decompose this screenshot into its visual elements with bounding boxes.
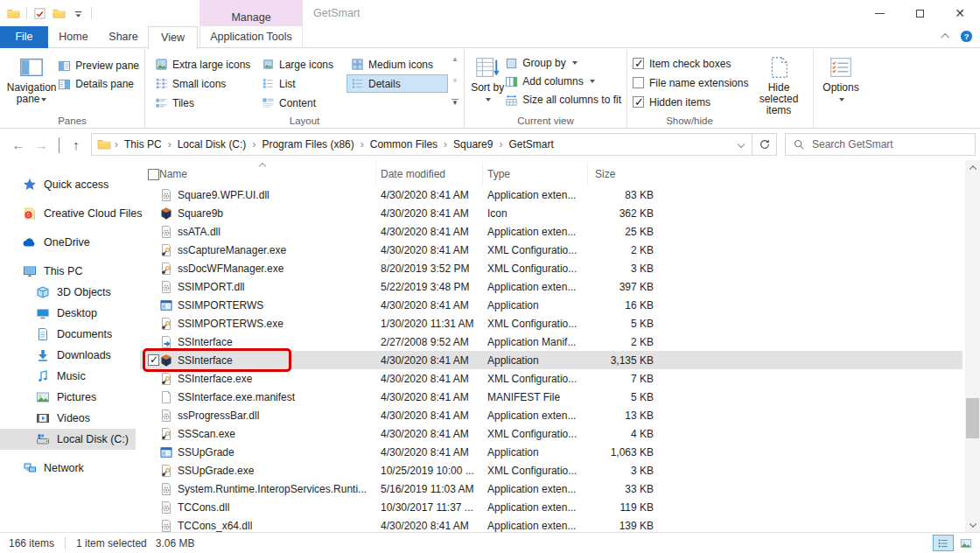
layout-item-list[interactable]: List [257, 74, 343, 93]
back-button[interactable]: ← [7, 137, 30, 152]
refresh-button[interactable] [752, 133, 777, 156]
column-header-date-modified[interactable]: Date modified [376, 163, 483, 186]
layout-item-content[interactable]: Content [257, 94, 343, 112]
sidebar-item-videos[interactable]: Videos [0, 408, 136, 429]
details-view-button[interactable] [933, 535, 954, 551]
file-row-square9-wpf-ui-dll[interactable]: Square9.WPF.UI.dll4/30/2020 8:41 AMAppli… [140, 186, 962, 204]
tab-view[interactable]: View [148, 26, 198, 49]
file-row-ssata-dll[interactable]: ssATA.dll4/30/2020 8:41 AMApplication ex… [140, 222, 962, 241]
preview-pane-button[interactable]: Preview pane [58, 58, 139, 74]
qat-properties-icon[interactable] [33, 7, 46, 20]
column-header-type[interactable]: Type [483, 163, 588, 186]
close-button[interactable]: ✕ [940, 0, 980, 26]
hidden-items-checkbox-row[interactable]: Hidden items [633, 94, 750, 110]
hidden-items-checkbox[interactable] [633, 96, 644, 108]
layout-item-extra-large-icons[interactable]: Extra large icons [150, 55, 254, 74]
breadcrumb-item-program-files-x86[interactable]: Program Files (x86) [256, 134, 360, 155]
sidebar-item-local-disk-c[interactable]: Local Disk (C:) [0, 429, 136, 450]
breadcrumb-item-common-files[interactable]: Common Files [364, 134, 444, 155]
layout-item-small-icons[interactable]: Small icons [150, 74, 254, 93]
sidebar-item-documents[interactable]: Documents [0, 324, 136, 345]
sidebar-item-music[interactable]: Music [0, 366, 136, 387]
address-dropdown[interactable] [731, 142, 752, 147]
layout-item-tiles[interactable]: Tiles [150, 94, 254, 112]
file-row-ssinterface-exe-manifest[interactable]: SSInterface.exe.manifest4/30/2020 8:41 A… [140, 388, 962, 406]
qat-newfolder-icon[interactable] [52, 7, 66, 20]
layout-scroll-up-icon[interactable]: ▲ [452, 56, 458, 63]
sidebar-item-network[interactable]: Network [0, 458, 136, 479]
help-icon[interactable]: ? [960, 30, 973, 43]
file-row-ssdocwfmanager-exe[interactable]: ssDocWFManager.exe8/20/2019 3:52 PMXML C… [140, 259, 962, 277]
breadcrumb-item-this-pc[interactable]: This PC [118, 134, 168, 155]
sidebar-item-onedrive[interactable]: OneDrive [0, 232, 136, 253]
breadcrumb-item-square9[interactable]: Square9 [447, 134, 499, 155]
maximize-button[interactable] [900, 0, 940, 26]
layout-item-medium-icons[interactable]: Medium icons [346, 55, 448, 74]
details-pane-button[interactable]: Details pane [58, 76, 139, 92]
tab-file[interactable]: File [0, 26, 48, 48]
tab-application-tools[interactable]: Application Tools [200, 26, 303, 48]
file-row-sscapturemanager-exe[interactable]: ssCaptureManager.exe4/30/2020 8:41 AMXML… [140, 241, 962, 259]
layout-item-details[interactable]: Details [346, 74, 448, 93]
recent-locations-dropdown[interactable] [52, 137, 65, 152]
search-input[interactable] [812, 135, 975, 154]
layout-item-large-icons[interactable]: Large icons [257, 55, 343, 74]
options-button[interactable]: Options [819, 52, 863, 105]
hide-selected-items-button[interactable]: Hide selected items [750, 52, 808, 116]
file-type: Application [483, 354, 588, 367]
contextual-tab-group-manage[interactable]: Manage [200, 0, 303, 26]
scroll-up-button[interactable] [965, 160, 980, 175]
item-check-boxes-checkbox[interactable] [633, 58, 644, 69]
item-check-boxes-checkbox-row[interactable]: Item check boxes [633, 55, 750, 72]
tab-home[interactable]: Home [48, 26, 99, 48]
file-row-square9b[interactable]: Square9b4/30/2020 8:41 AMIcon362 KB [140, 204, 962, 222]
file-row-ssprogressbar-dll[interactable]: ssProgressBar.dll4/30/2020 8:41 AMApplic… [140, 406, 962, 424]
thumbnails-view-button[interactable] [956, 535, 976, 551]
sidebar-item-pictures[interactable]: Pictures [0, 387, 136, 408]
navigation-pane-button[interactable]: Navigation pane [5, 52, 58, 105]
scrollbar-thumb[interactable] [966, 398, 979, 438]
qat-customize-icon[interactable] [72, 7, 85, 20]
scroll-down-button[interactable] [965, 517, 980, 532]
layout-scroll-down-icon[interactable]: ▼ [452, 78, 458, 85]
sidebar-item-quick-access[interactable]: Quick access [0, 174, 136, 195]
sort-by-button[interactable]: Sort by [470, 52, 505, 105]
file-row-system-runtime-interopservices-runti[interactable]: System.Runtime.InteropServices.Runti...5… [140, 480, 962, 498]
forward-button[interactable]: → [30, 137, 52, 152]
file-row-ssimporterws-exe[interactable]: SSIMPORTERWS.exe1/30/2020 11:31 AMXML Co… [140, 314, 962, 332]
add-columns-button[interactable]: Add columns [505, 74, 621, 89]
file-name-extensions-checkbox[interactable] [633, 77, 644, 88]
file-row-tccons-dll[interactable]: TCCons.dll10/30/2017 11:37 ...Applicatio… [140, 498, 962, 516]
file-row-ssinterface-exe[interactable]: SSInterface.exe4/30/2020 8:41 AMXML Conf… [140, 369, 962, 388]
group-by-button[interactable]: Group by [505, 55, 621, 71]
qat-folder-icon[interactable] [7, 7, 20, 20]
breadcrumb-item-getsmart[interactable]: GetSmart [502, 134, 559, 155]
file-row-ssinterface[interactable]: SSInterface2/27/2008 9:52 AMApplication … [140, 332, 962, 351]
column-header-name[interactable]: Name [140, 163, 376, 186]
up-button[interactable]: ↑ [65, 137, 88, 152]
collapse-ribbon-icon[interactable] [941, 33, 949, 42]
file-row-ssimport-dll[interactable]: SSIMPORT.dll5/22/2019 3:48 PMApplication… [140, 277, 962, 296]
sidebar-item-desktop[interactable]: Desktop [0, 303, 136, 324]
sidebar-item-downloads[interactable]: Downloads [0, 345, 136, 366]
row-checkbox[interactable] [148, 354, 159, 366]
file-name-extensions-checkbox-row[interactable]: File name extensions [633, 74, 750, 91]
sidebar-item-3d-objects[interactable]: 3D Objects [0, 282, 136, 303]
file-row-ssimporterws[interactable]: SSIMPORTERWS4/30/2020 8:41 AMApplication… [140, 296, 962, 314]
file-row-ssscan-exe[interactable]: SSScan.exe4/30/2020 8:41 AMXML Configura… [140, 424, 962, 443]
vertical-scrollbar[interactable] [965, 160, 980, 532]
minimize-button[interactable] [859, 0, 900, 26]
breadcrumb-item-local-disk-c[interactable]: Local Disk (C:) [172, 134, 253, 155]
file-row-ssupgrade-exe[interactable]: SSUpGrade.exe10/25/2019 10:00 ...XML Con… [140, 461, 962, 480]
tab-share[interactable]: Share [99, 26, 148, 48]
column-header-size[interactable]: Size [588, 163, 656, 186]
sidebar-item-this-pc[interactable]: This PC [0, 261, 136, 282]
select-all-checkbox[interactable] [148, 169, 159, 180]
drive-ic-icon [36, 432, 50, 446]
file-row-ssinterface[interactable]: SSInterface4/30/2020 8:41 AMApplication3… [140, 351, 962, 369]
file-row-ssupgrade[interactable]: SSUpGrade4/30/2020 8:41 AMApplication1,0… [140, 443, 962, 461]
layout-more-icon[interactable]: ▼ [452, 99, 458, 107]
size-all-columns-to-fit-button[interactable]: Size all columns to fit [505, 92, 621, 108]
sidebar-item-creative-cloud-files[interactable]: Creative Cloud Files [0, 203, 136, 224]
address-bar[interactable]: › This PC›Local Disk (C:)›Program Files … [91, 133, 752, 156]
